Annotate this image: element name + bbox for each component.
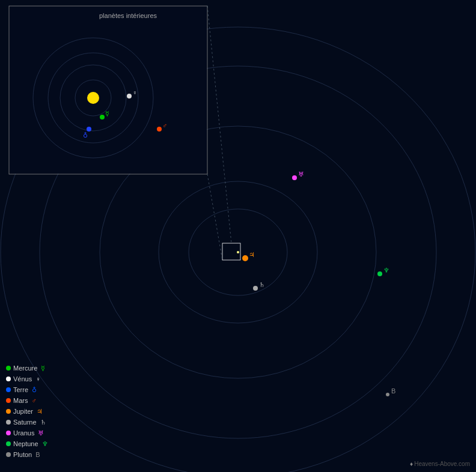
legend-item-uranus: Uranus ♅ (6, 428, 48, 438)
legend-name: Uranus (13, 428, 34, 438)
legend-dot (6, 431, 11, 435)
legend: Mercure ☿ Vénus ♀ Terre ♁ Mars ♂ Jupiter… (6, 363, 48, 460)
legend-item-saturne: Saturne ♄ (6, 417, 48, 428)
legend-name: Saturne (13, 417, 37, 428)
legend-symbol: ♂ (31, 395, 36, 406)
legend-item-mars: Mars ♂ (6, 395, 48, 406)
legend-symbol: ♅ (38, 428, 44, 438)
legend-name: Terre (13, 384, 28, 395)
legend-item-terre: Terre ♁ (6, 384, 48, 395)
legend-dot (6, 409, 11, 414)
legend-dot (6, 377, 11, 381)
legend-dot (6, 387, 11, 392)
legend-item-pluton: Pluton B (6, 449, 48, 460)
legend-symbol: ♁ (32, 384, 37, 395)
legend-item-vénus: Vénus ♀ (6, 374, 48, 384)
legend-name: Pluton (13, 449, 32, 460)
legend-item-jupiter: Jupiter ♃ (6, 406, 48, 417)
legend-name: Mercure (13, 363, 37, 374)
legend-name: Vénus (13, 374, 32, 384)
legend-symbol: ☿ (41, 363, 45, 374)
legend-name: Jupiter (13, 406, 33, 417)
legend-name: Mars (13, 395, 28, 406)
legend-dot (6, 441, 11, 446)
legend-symbol: ♆ (42, 438, 48, 449)
legend-dot (6, 398, 11, 403)
watermark: ♦Heavens-Above.com (410, 461, 470, 467)
legend-dot (6, 452, 11, 457)
legend-item-mercure: Mercure ☿ (6, 363, 48, 374)
legend-symbol: ♄ (40, 417, 46, 428)
legend-symbol: ♃ (37, 406, 43, 417)
legend-symbol: B (35, 449, 40, 460)
legend-name: Neptune (13, 438, 38, 449)
legend-item-neptune: Neptune ♆ (6, 438, 48, 449)
legend-symbol: ♀ (35, 374, 40, 384)
solar-system-canvas (0, 0, 476, 472)
legend-dot (6, 420, 11, 425)
legend-dot (6, 366, 11, 371)
